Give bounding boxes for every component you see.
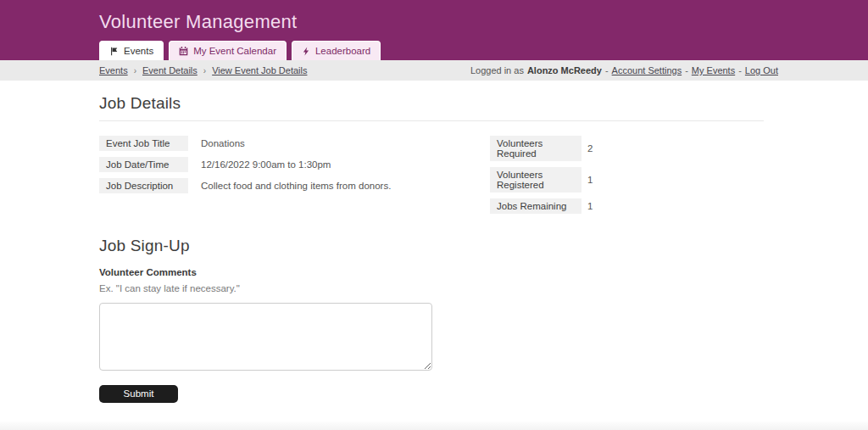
job-description-value: Collect food and clothing items from don… bbox=[201, 181, 391, 191]
breadcrumb-bar: Events › Event Details › View Event Job … bbox=[0, 60, 868, 81]
logged-in-prefix: Logged in as bbox=[470, 65, 524, 75]
tab-my-event-calendar[interactable]: My Event Calendar bbox=[169, 41, 287, 60]
tab-my-event-calendar-label: My Event Calendar bbox=[193, 46, 276, 56]
flag-icon bbox=[109, 47, 119, 56]
jobs-remaining-value: 1 bbox=[587, 201, 593, 211]
heading-divider bbox=[99, 120, 764, 121]
volunteer-comments-hint: Ex. "I can stay late if necessary." bbox=[99, 283, 764, 293]
breadcrumb: Events › Event Details › View Event Job … bbox=[99, 65, 307, 75]
breadcrumb-separator: › bbox=[134, 66, 136, 75]
table-row: Job Description Collect food and clothin… bbox=[99, 178, 490, 193]
event-job-title-value: Donations bbox=[201, 138, 245, 148]
calendar-icon bbox=[179, 47, 188, 56]
my-events-link[interactable]: My Events bbox=[692, 65, 735, 75]
volunteers-registered-label: Volunteers Registered bbox=[490, 167, 581, 193]
tab-bar: Events My Event Calendar Leaderboard bbox=[99, 41, 381, 60]
volunteers-registered-value: 1 bbox=[587, 175, 593, 185]
tab-leaderboard-label: Leaderboard bbox=[315, 46, 370, 56]
table-row: Job Date/Time 12/16/2022 9:00am to 1:30p… bbox=[99, 157, 490, 172]
job-details-table-left: Event Job Title Donations Job Date/Time … bbox=[99, 136, 490, 220]
job-details-table-right: Volunteers Required 2 Volunteers Registe… bbox=[490, 136, 593, 220]
logged-in-user-name: Alonzo McReedy bbox=[527, 65, 602, 75]
tab-leaderboard[interactable]: Leaderboard bbox=[292, 41, 381, 60]
job-signup-section: Job Sign-Up Volunteer Comments Ex. "I ca… bbox=[99, 237, 764, 430]
breadcrumb-link-view-event-job-details[interactable]: View Event Job Details bbox=[212, 65, 307, 75]
volunteer-comments-textarea[interactable] bbox=[99, 303, 432, 371]
jobs-remaining-label: Jobs Remaining bbox=[490, 198, 581, 214]
app-title: Volunteer Management bbox=[99, 11, 298, 33]
app-header: Volunteer Management Events My Event Cal… bbox=[0, 0, 868, 60]
breadcrumb-link-event-details[interactable]: Event Details bbox=[142, 65, 198, 75]
table-row: Volunteers Required 2 bbox=[490, 136, 593, 161]
job-details-tables: Event Job Title Donations Job Date/Time … bbox=[99, 136, 764, 220]
table-row: Jobs Remaining 1 bbox=[490, 198, 593, 214]
bolt-icon bbox=[302, 47, 310, 56]
volunteer-comments-label: Volunteer Comments bbox=[99, 267, 764, 277]
breadcrumb-separator: › bbox=[203, 66, 206, 75]
account-separator: - bbox=[605, 65, 609, 75]
job-details-heading: Job Details bbox=[99, 94, 764, 113]
job-signup-heading: Job Sign-Up bbox=[99, 237, 764, 255]
table-row: Volunteers Registered 1 bbox=[490, 167, 593, 193]
table-row: Event Job Title Donations bbox=[99, 136, 490, 151]
footer-strip bbox=[0, 422, 868, 430]
volunteers-required-value: 2 bbox=[587, 143, 593, 154]
log-out-link[interactable]: Log Out bbox=[745, 65, 778, 75]
job-description-label: Job Description bbox=[99, 178, 188, 193]
breadcrumb-link-events[interactable]: Events bbox=[99, 65, 128, 75]
tab-events[interactable]: Events bbox=[99, 41, 164, 60]
job-date-time-label: Job Date/Time bbox=[99, 157, 188, 172]
main-content: Job Details Event Job Title Donations Jo… bbox=[99, 81, 764, 430]
account-settings-link[interactable]: Account Settings bbox=[612, 65, 682, 75]
submit-button[interactable]: Submit bbox=[99, 385, 178, 403]
account-separator: - bbox=[738, 65, 742, 75]
account-menu: Logged in as Alonzo McReedy - Account Se… bbox=[470, 65, 778, 75]
volunteers-required-label: Volunteers Required bbox=[490, 136, 581, 161]
tab-events-label: Events bbox=[124, 46, 153, 56]
job-date-time-value: 12/16/2022 9:00am to 1:30pm bbox=[201, 159, 331, 170]
account-separator: - bbox=[685, 65, 688, 75]
event-job-title-label: Event Job Title bbox=[99, 136, 188, 151]
